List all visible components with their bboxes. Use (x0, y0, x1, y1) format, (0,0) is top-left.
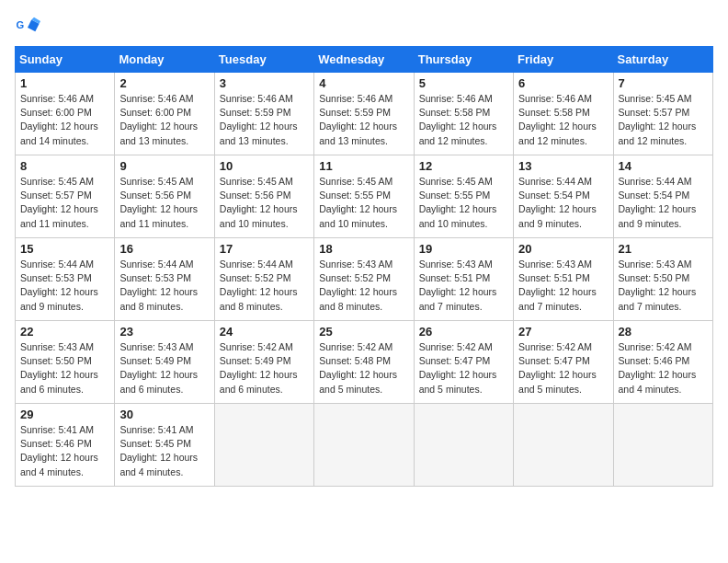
day-info: Sunrise: 5:44 AMSunset: 5:52 PMDaylight:… (220, 258, 309, 314)
weekday-header-monday: Monday (115, 47, 214, 73)
day-info: Sunrise: 5:46 AMSunset: 5:58 PMDaylight:… (419, 92, 508, 148)
logo: G (15, 15, 44, 40)
day-info: Sunrise: 5:45 AMSunset: 5:57 PMDaylight:… (20, 175, 109, 231)
calendar-cell: 17Sunrise: 5:44 AMSunset: 5:52 PMDayligh… (214, 238, 313, 321)
day-info: Sunrise: 5:46 AMSunset: 5:59 PMDaylight:… (319, 92, 408, 148)
day-number: 15 (20, 242, 109, 256)
day-info: Sunrise: 5:42 AMSunset: 5:46 PMDaylight:… (619, 340, 708, 396)
day-number: 10 (220, 159, 309, 173)
day-info: Sunrise: 5:46 AMSunset: 5:58 PMDaylight:… (518, 92, 608, 148)
calendar-cell (414, 404, 513, 487)
day-number: 27 (518, 325, 608, 339)
day-info: Sunrise: 5:45 AMSunset: 5:56 PMDaylight:… (119, 175, 209, 231)
weekday-header-wednesday: Wednesday (314, 47, 414, 73)
day-info: Sunrise: 5:46 AMSunset: 6:00 PMDaylight:… (20, 92, 109, 148)
calendar-cell: 22Sunrise: 5:43 AMSunset: 5:50 PMDayligh… (16, 321, 115, 404)
day-number: 11 (319, 159, 408, 173)
day-info: Sunrise: 5:42 AMSunset: 5:48 PMDaylight:… (319, 340, 408, 396)
calendar-cell: 5Sunrise: 5:46 AMSunset: 5:58 PMDaylight… (414, 73, 513, 155)
day-info: Sunrise: 5:44 AMSunset: 5:53 PMDaylight:… (119, 258, 209, 314)
day-number: 8 (20, 159, 109, 173)
calendar-cell: 30Sunrise: 5:41 AMSunset: 5:45 PMDayligh… (115, 404, 214, 487)
day-info: Sunrise: 5:42 AMSunset: 5:47 PMDaylight:… (518, 340, 608, 396)
calendar-cell: 29Sunrise: 5:41 AMSunset: 5:46 PMDayligh… (16, 404, 115, 487)
day-number: 25 (319, 325, 408, 339)
calendar-cell: 8Sunrise: 5:45 AMSunset: 5:57 PMDaylight… (16, 155, 115, 238)
calendar-cell: 6Sunrise: 5:46 AMSunset: 5:58 PMDaylight… (514, 73, 613, 155)
day-info: Sunrise: 5:46 AMSunset: 5:59 PMDaylight:… (220, 92, 309, 148)
day-number: 2 (119, 76, 209, 90)
day-number: 4 (319, 76, 408, 90)
page-header: G (15, 15, 713, 40)
day-number: 12 (419, 159, 508, 173)
day-info: Sunrise: 5:43 AMSunset: 5:51 PMDaylight:… (518, 258, 608, 314)
day-info: Sunrise: 5:43 AMSunset: 5:50 PMDaylight:… (20, 340, 109, 396)
day-info: Sunrise: 5:46 AMSunset: 6:00 PMDaylight:… (119, 92, 209, 148)
day-number: 7 (619, 76, 708, 90)
day-info: Sunrise: 5:45 AMSunset: 5:55 PMDaylight:… (419, 175, 508, 231)
weekday-header-friday: Friday (514, 47, 613, 73)
calendar-table: SundayMondayTuesdayWednesdayThursdayFrid… (15, 46, 713, 487)
day-info: Sunrise: 5:43 AMSunset: 5:49 PMDaylight:… (119, 340, 209, 396)
day-number: 13 (518, 159, 608, 173)
calendar-cell: 11Sunrise: 5:45 AMSunset: 5:55 PMDayligh… (314, 155, 414, 238)
day-number: 14 (619, 159, 708, 173)
weekday-header-thursday: Thursday (414, 47, 513, 73)
calendar-week-row: 29Sunrise: 5:41 AMSunset: 5:46 PMDayligh… (16, 404, 713, 487)
day-number: 18 (319, 242, 408, 256)
day-number: 29 (20, 408, 109, 421)
day-info: Sunrise: 5:43 AMSunset: 5:52 PMDaylight:… (319, 258, 408, 314)
calendar-cell: 20Sunrise: 5:43 AMSunset: 5:51 PMDayligh… (514, 238, 613, 321)
day-info: Sunrise: 5:42 AMSunset: 5:47 PMDaylight:… (419, 340, 508, 396)
calendar-cell: 27Sunrise: 5:42 AMSunset: 5:47 PMDayligh… (514, 321, 613, 404)
day-number: 5 (419, 76, 508, 90)
day-info: Sunrise: 5:45 AMSunset: 5:57 PMDaylight:… (619, 92, 708, 148)
day-number: 30 (119, 408, 209, 421)
day-info: Sunrise: 5:43 AMSunset: 5:50 PMDaylight:… (619, 258, 708, 314)
day-info: Sunrise: 5:41 AMSunset: 5:46 PMDaylight:… (20, 423, 109, 479)
day-number: 20 (518, 242, 608, 256)
calendar-cell: 19Sunrise: 5:43 AMSunset: 5:51 PMDayligh… (414, 238, 513, 321)
calendar-cell: 28Sunrise: 5:42 AMSunset: 5:46 PMDayligh… (613, 321, 712, 404)
day-number: 19 (419, 242, 508, 256)
logo-icon: G (15, 15, 40, 40)
calendar-cell: 2Sunrise: 5:46 AMSunset: 6:00 PMDaylight… (115, 73, 214, 155)
calendar-cell: 15Sunrise: 5:44 AMSunset: 5:53 PMDayligh… (16, 238, 115, 321)
calendar-cell (514, 404, 613, 487)
calendar-cell: 14Sunrise: 5:44 AMSunset: 5:54 PMDayligh… (613, 155, 712, 238)
day-number: 22 (20, 325, 109, 339)
day-info: Sunrise: 5:42 AMSunset: 5:49 PMDaylight:… (220, 340, 309, 396)
weekday-header-tuesday: Tuesday (214, 47, 313, 73)
day-number: 16 (119, 242, 209, 256)
calendar-cell: 12Sunrise: 5:45 AMSunset: 5:55 PMDayligh… (414, 155, 513, 238)
day-info: Sunrise: 5:44 AMSunset: 5:53 PMDaylight:… (20, 258, 109, 314)
calendar-cell: 23Sunrise: 5:43 AMSunset: 5:49 PMDayligh… (115, 321, 214, 404)
calendar-cell (214, 404, 313, 487)
calendar-cell: 21Sunrise: 5:43 AMSunset: 5:50 PMDayligh… (613, 238, 712, 321)
weekday-header-saturday: Saturday (613, 47, 712, 73)
day-number: 28 (619, 325, 708, 339)
calendar-cell: 16Sunrise: 5:44 AMSunset: 5:53 PMDayligh… (115, 238, 214, 321)
calendar-cell: 24Sunrise: 5:42 AMSunset: 5:49 PMDayligh… (214, 321, 313, 404)
day-info: Sunrise: 5:45 AMSunset: 5:56 PMDaylight:… (220, 175, 309, 231)
calendar-cell: 7Sunrise: 5:45 AMSunset: 5:57 PMDaylight… (613, 73, 712, 155)
calendar-week-row: 1Sunrise: 5:46 AMSunset: 6:00 PMDaylight… (16, 73, 713, 155)
day-info: Sunrise: 5:44 AMSunset: 5:54 PMDaylight:… (518, 175, 608, 231)
calendar-cell: 3Sunrise: 5:46 AMSunset: 5:59 PMDaylight… (214, 73, 313, 155)
calendar-cell: 26Sunrise: 5:42 AMSunset: 5:47 PMDayligh… (414, 321, 513, 404)
day-number: 23 (119, 325, 209, 339)
calendar-week-row: 22Sunrise: 5:43 AMSunset: 5:50 PMDayligh… (16, 321, 713, 404)
calendar-cell: 10Sunrise: 5:45 AMSunset: 5:56 PMDayligh… (214, 155, 313, 238)
calendar-cell: 4Sunrise: 5:46 AMSunset: 5:59 PMDaylight… (314, 73, 414, 155)
day-number: 17 (220, 242, 309, 256)
weekday-header-sunday: Sunday (16, 47, 115, 73)
calendar-cell: 18Sunrise: 5:43 AMSunset: 5:52 PMDayligh… (314, 238, 414, 321)
day-number: 26 (419, 325, 508, 339)
day-info: Sunrise: 5:44 AMSunset: 5:54 PMDaylight:… (619, 175, 708, 231)
calendar-cell: 9Sunrise: 5:45 AMSunset: 5:56 PMDaylight… (115, 155, 214, 238)
day-number: 24 (220, 325, 309, 339)
calendar-week-row: 15Sunrise: 5:44 AMSunset: 5:53 PMDayligh… (16, 238, 713, 321)
calendar-cell (613, 404, 712, 487)
svg-text:G: G (16, 19, 24, 30)
day-number: 3 (220, 76, 309, 90)
